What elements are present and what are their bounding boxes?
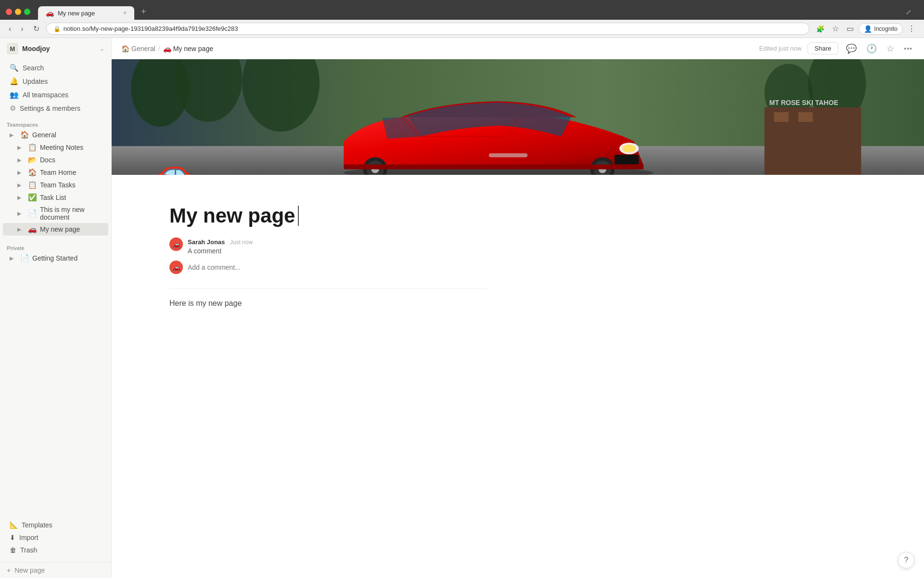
page-topbar: 🏠 General / 🚗 My new page Edited just no… xyxy=(112,38,924,59)
back-button[interactable]: ‹ xyxy=(6,24,14,34)
tab-bar: 🚗 My new page × + xyxy=(38,4,899,20)
help-button[interactable]: ? xyxy=(898,552,914,568)
sidebar-nav-items: 🔍 Search 🔔 Updates 👥 All teamspaces ⚙ Se… xyxy=(0,59,111,117)
comment-item: 🚗 Sarah Jonas Just now A comment xyxy=(169,237,487,255)
address-text: notion.so/My-new-page-193190a8239a4f9da7… xyxy=(64,25,238,32)
address-bar[interactable]: 🔒 notion.so/My-new-page-193190a8239a4f9d… xyxy=(46,23,810,35)
sidebar-bottom: 📐 Templates ⬇ Import 🗑 Trash xyxy=(0,515,111,560)
new-document-label: This is my new document xyxy=(40,206,103,221)
meeting-notes-label: Meeting Notes xyxy=(40,144,103,151)
sidebar-private-tree: ▶ 📄 Getting Started xyxy=(0,252,111,264)
sidebar-item-import[interactable]: ⬇ Import xyxy=(3,531,108,544)
forward-button[interactable]: › xyxy=(18,24,26,34)
star-button[interactable]: ☆ xyxy=(885,41,896,56)
active-tab[interactable]: 🚗 My new page × xyxy=(38,6,134,20)
title-cursor xyxy=(298,206,299,226)
new-document-emoji: 📄 xyxy=(28,209,37,218)
expand-arrow-team-tasks: ▶ xyxy=(17,182,25,188)
workspace-header[interactable]: M Moodjoy ⌄ xyxy=(0,38,111,59)
sidebar-item-new-document[interactable]: ▶ 📄 This is my new document xyxy=(3,204,108,223)
minimize-traffic-light[interactable] xyxy=(15,9,21,15)
expand-arrow-meeting-notes: ▶ xyxy=(17,144,25,151)
add-comment-input[interactable] xyxy=(188,263,487,271)
share-button[interactable]: Share xyxy=(808,42,839,54)
incognito-button[interactable]: 👤 Incognito xyxy=(859,23,903,35)
maximize-traffic-light[interactable] xyxy=(24,9,30,15)
sidebar-item-templates[interactable]: 📐 Templates xyxy=(3,519,108,531)
page-body-text[interactable]: Here is my new page xyxy=(169,297,487,310)
sidebar-item-meeting-notes[interactable]: ▶ 📋 Meeting Notes xyxy=(3,141,108,154)
sidebar-item-trash[interactable]: 🗑 Trash xyxy=(3,544,108,556)
task-list-label: Task List xyxy=(40,194,103,201)
comment-body: Sarah Jonas Just now A comment xyxy=(188,237,487,255)
sidebar-item-all-teamspaces[interactable]: 👥 All teamspaces xyxy=(3,88,108,102)
sidebar-item-updates[interactable]: 🔔 Updates xyxy=(3,75,108,88)
meeting-notes-emoji: 📋 xyxy=(28,143,37,152)
sidebar-label-search: Search xyxy=(23,64,44,72)
breadcrumb-separator: / xyxy=(158,45,160,53)
docs-label: Docs xyxy=(40,156,103,164)
new-tab-button[interactable]: + xyxy=(136,4,151,20)
browser-toolbar: ‹ › ↻ 🔒 notion.so/My-new-page-193190a823… xyxy=(0,20,924,38)
comment-divider xyxy=(169,289,487,289)
sidebar-item-settings[interactable]: ⚙ Settings & members xyxy=(3,102,108,115)
general-emoji: 🏠 xyxy=(20,131,29,139)
team-home-emoji: 🏠 xyxy=(28,168,37,177)
sidebar-item-my-new-page[interactable]: ▶ 🚗 My new page xyxy=(3,223,108,236)
incognito-label: Incognito xyxy=(874,26,898,32)
sidebar-item-docs[interactable]: ▶ 📂 Docs xyxy=(3,154,108,166)
tab-close-button[interactable]: × xyxy=(123,10,127,16)
new-page-button[interactable]: + New page xyxy=(0,562,111,578)
settings-icon: ⚙ xyxy=(10,104,16,113)
trash-label: Trash xyxy=(20,546,37,554)
breadcrumb-general[interactable]: 🏠 General xyxy=(121,45,155,53)
svg-rect-11 xyxy=(489,153,527,157)
overflow-menu-button[interactable]: ⋮ xyxy=(905,23,918,35)
svg-rect-20 xyxy=(774,112,789,122)
private-section-label: Private xyxy=(0,240,111,252)
comment-avatar: 🚗 xyxy=(169,237,183,251)
expand-arrow-general: ▶ xyxy=(10,132,17,138)
sidebar-item-search[interactable]: 🔍 Search xyxy=(3,61,108,75)
sidebar-item-team-tasks[interactable]: ▶ 📋 Team Tasks xyxy=(3,179,108,191)
svg-rect-10 xyxy=(615,155,639,164)
sidebar-label-updates: Updates xyxy=(23,78,48,85)
window-expand-button[interactable]: ⤢ xyxy=(903,7,914,17)
import-label: Import xyxy=(19,534,38,541)
team-tasks-label: Team Tasks xyxy=(40,181,103,189)
breadcrumb-general-text: General xyxy=(131,45,155,53)
general-label: General xyxy=(32,131,103,139)
extensions-button[interactable]: 🧩 xyxy=(813,24,827,34)
traffic-lights xyxy=(6,9,30,15)
topbar-actions: Edited just now Share 💬 🕐 ☆ ••• xyxy=(759,41,914,56)
help-icon: ? xyxy=(904,556,909,565)
search-icon: 🔍 xyxy=(10,64,19,72)
templates-icon: 📐 xyxy=(10,521,18,529)
page-cover: MT ROSE SKI TAHOE 🚗 xyxy=(112,59,924,175)
sidebar-item-getting-started[interactable]: ▶ 📄 Getting Started xyxy=(3,252,108,264)
reload-button[interactable]: ↻ xyxy=(30,23,42,34)
page-body: MT ROSE SKI TAHOE 🚗 My new page 🚗 xyxy=(112,59,924,578)
sidebar-toggle-button[interactable]: ▭ xyxy=(844,23,857,35)
svg-text:MT ROSE SKI TAHOE: MT ROSE SKI TAHOE xyxy=(769,99,838,106)
workspace-chevron: ⌄ xyxy=(100,45,104,52)
my-new-page-label: My new page xyxy=(40,225,103,233)
workspace-name: Moodjoy xyxy=(22,45,96,53)
main-content: 🏠 General / 🚗 My new page Edited just no… xyxy=(112,38,924,578)
page-title[interactable]: My new page xyxy=(169,204,487,228)
sidebar-item-general[interactable]: ▶ 🏠 General xyxy=(3,129,108,141)
history-button[interactable]: 🕐 xyxy=(864,41,879,56)
add-comment-row: 🚗 xyxy=(169,261,487,274)
bookmark-button[interactable]: ☆ xyxy=(829,23,842,35)
comment-button[interactable]: 💬 xyxy=(844,41,859,56)
sidebar-item-task-list[interactable]: ▶ ✅ Task List xyxy=(3,191,108,204)
breadcrumb-current-text: My new page xyxy=(173,45,213,53)
sidebar: M Moodjoy ⌄ 🔍 Search 🔔 Updates 👥 All tea… xyxy=(0,38,112,578)
task-list-emoji: ✅ xyxy=(28,193,37,202)
breadcrumb-current-page[interactable]: 🚗 My new page xyxy=(163,45,213,53)
sidebar-item-team-home[interactable]: ▶ 🏠 Team Home xyxy=(3,166,108,179)
getting-started-emoji: 📄 xyxy=(20,254,29,263)
close-traffic-light[interactable] xyxy=(6,9,12,15)
more-options-button[interactable]: ••• xyxy=(902,43,914,54)
edited-status: Edited just now xyxy=(759,45,801,52)
